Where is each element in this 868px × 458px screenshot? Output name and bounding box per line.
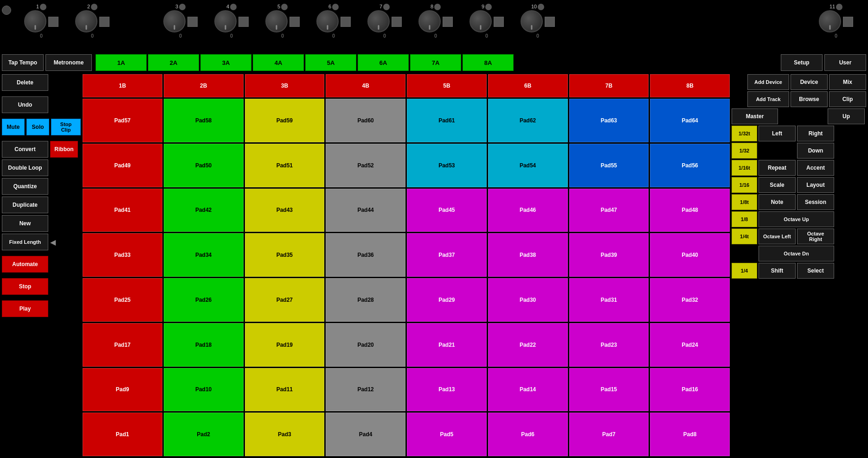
mix-button[interactable]: Mix xyxy=(829,74,866,90)
layout-button[interactable]: Layout xyxy=(797,177,834,193)
pad-17[interactable]: Pad17 xyxy=(83,323,162,367)
pad-6[interactable]: Pad6 xyxy=(488,413,568,456)
pad-30[interactable]: Pad30 xyxy=(488,278,568,322)
knob-1[interactable] xyxy=(24,10,46,32)
knob-3-btn[interactable] xyxy=(187,17,198,27)
pad-13[interactable]: Pad13 xyxy=(407,368,487,412)
pad-26[interactable]: Pad26 xyxy=(164,278,244,322)
add-track-button[interactable]: Add Track xyxy=(747,91,789,107)
pad-44[interactable]: Pad44 xyxy=(326,189,405,232)
knob-7[interactable] xyxy=(367,10,390,32)
knob-6[interactable] xyxy=(316,10,339,32)
pad-64[interactable]: Pad64 xyxy=(650,99,730,142)
knob-10[interactable] xyxy=(521,10,543,32)
pad-7[interactable]: Pad7 xyxy=(569,413,649,456)
scene-8a-button[interactable]: 8A xyxy=(463,54,514,71)
pad-28[interactable]: Pad28 xyxy=(326,278,405,322)
time-1-4t-button[interactable]: 1/4t xyxy=(732,229,757,244)
pad-24[interactable]: Pad24 xyxy=(650,323,730,367)
pad-49[interactable]: Pad49 xyxy=(83,144,162,187)
time-1-4-button[interactable]: 1/4 xyxy=(732,263,757,279)
time-1-32-button[interactable]: 1/32 xyxy=(732,143,757,159)
pad-22[interactable]: Pad22 xyxy=(488,323,568,367)
pad-39[interactable]: Pad39 xyxy=(569,233,649,277)
knob-6-btn[interactable] xyxy=(341,17,351,27)
pad-50[interactable]: Pad50 xyxy=(164,144,244,187)
pad-43[interactable]: Pad43 xyxy=(245,189,325,232)
time-1-32t-button[interactable]: 1/32t xyxy=(732,126,757,141)
scene-6b-button[interactable]: 6B xyxy=(488,74,568,97)
scene-8b-button[interactable]: 8B xyxy=(650,74,730,97)
pad-33[interactable]: Pad33 xyxy=(83,233,162,277)
master-button[interactable]: Master xyxy=(732,108,778,124)
scene-7b-button[interactable]: 7B xyxy=(569,74,649,97)
pad-59[interactable]: Pad59 xyxy=(245,99,325,142)
pad-21[interactable]: Pad21 xyxy=(407,323,487,367)
accent-button[interactable]: Accent xyxy=(797,160,834,176)
scene-2b-button[interactable]: 2B xyxy=(164,74,244,97)
add-device-button[interactable]: Add Device xyxy=(747,74,789,90)
pad-16[interactable]: Pad16 xyxy=(650,368,730,412)
pad-62[interactable]: Pad62 xyxy=(488,99,568,142)
pad-60[interactable]: Pad60 xyxy=(326,99,405,142)
scene-6a-button[interactable]: 6A xyxy=(358,54,409,71)
pad-19[interactable]: Pad19 xyxy=(245,323,325,367)
scene-5b-button[interactable]: 5B xyxy=(407,74,487,97)
pad-46[interactable]: Pad46 xyxy=(488,189,568,232)
pad-12[interactable]: Pad12 xyxy=(326,368,405,412)
pad-4[interactable]: Pad4 xyxy=(326,413,405,456)
note-button[interactable]: Note xyxy=(759,194,796,210)
fixed-length-button[interactable]: Fixed Length xyxy=(2,234,48,250)
time-1-8t-button[interactable]: 1/8t xyxy=(732,194,757,210)
pad-32[interactable]: Pad32 xyxy=(650,278,730,322)
select-button[interactable]: Select xyxy=(797,263,834,279)
shift-button[interactable]: Shift xyxy=(759,263,796,279)
pad-31[interactable]: Pad31 xyxy=(569,278,649,322)
pad-56[interactable]: Pad56 xyxy=(650,144,730,187)
pad-47[interactable]: Pad47 xyxy=(569,189,649,232)
knob-1-btn[interactable] xyxy=(48,17,58,27)
scene-4a-button[interactable]: 4A xyxy=(253,54,304,71)
scene-4b-button[interactable]: 4B xyxy=(326,74,405,97)
octave-up-button[interactable]: Octave Up xyxy=(759,211,834,227)
duplicate-button[interactable]: Duplicate xyxy=(2,197,48,213)
pad-8[interactable]: Pad8 xyxy=(650,413,730,456)
pad-42[interactable]: Pad42 xyxy=(164,189,244,232)
pad-51[interactable]: Pad51 xyxy=(245,144,325,187)
pad-63[interactable]: Pad63 xyxy=(569,99,649,142)
pad-20[interactable]: Pad20 xyxy=(326,323,405,367)
up-button[interactable]: Up xyxy=(828,108,865,124)
user-button[interactable]: User xyxy=(824,54,866,71)
scene-5a-button[interactable]: 5A xyxy=(305,54,356,71)
pad-61[interactable]: Pad61 xyxy=(407,99,487,142)
left-button[interactable]: Left xyxy=(759,126,796,141)
metronome-button[interactable]: Metronome xyxy=(45,54,92,71)
knob-5-btn[interactable] xyxy=(289,17,300,27)
time-1-8-button[interactable]: 1/8 xyxy=(732,211,757,227)
pad-54[interactable]: Pad54 xyxy=(488,144,568,187)
knob-11[interactable] xyxy=(819,10,841,32)
undo-button[interactable]: Undo xyxy=(2,96,48,113)
pad-58[interactable]: Pad58 xyxy=(164,99,244,142)
pad-37[interactable]: Pad37 xyxy=(407,233,487,277)
knob-9[interactable] xyxy=(469,10,492,32)
knob-8[interactable] xyxy=(418,10,441,32)
knob-7-btn[interactable] xyxy=(392,17,402,27)
session-button[interactable]: Session xyxy=(797,194,834,210)
pad-34[interactable]: Pad34 xyxy=(164,233,244,277)
stop-clip-button[interactable]: Stop Clip xyxy=(51,119,81,135)
pad-55[interactable]: Pad55 xyxy=(569,144,649,187)
device-button[interactable]: Device xyxy=(791,74,828,90)
pad-41[interactable]: Pad41 xyxy=(83,189,162,232)
knob-10-btn[interactable] xyxy=(545,17,555,27)
knob-2[interactable] xyxy=(75,10,97,32)
ribbon-button[interactable]: Ribbon xyxy=(50,141,78,158)
knob-8-btn[interactable] xyxy=(443,17,453,27)
octave-dn-button[interactable]: Octave Dn xyxy=(759,246,834,261)
mute-button[interactable]: Mute xyxy=(2,119,25,135)
solo-button[interactable]: Solo xyxy=(26,119,49,135)
convert-button[interactable]: Convert xyxy=(2,141,48,158)
octave-right-button[interactable]: Octave Right xyxy=(797,229,834,244)
pad-18[interactable]: Pad18 xyxy=(164,323,244,367)
pad-53[interactable]: Pad53 xyxy=(407,144,487,187)
